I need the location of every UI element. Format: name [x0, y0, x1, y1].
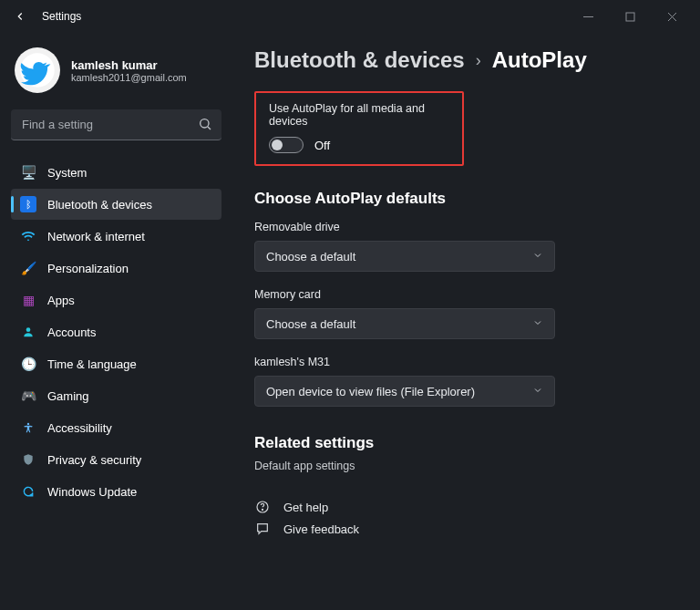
nav-update[interactable]: Windows Update [11, 476, 221, 507]
svg-rect-1 [626, 13, 634, 21]
main-content: Bluetooth & devices › AutoPlay Use AutoP… [232, 33, 700, 610]
autoplay-toggle-label: Use AutoPlay for all media and devices [269, 102, 449, 128]
removable-label: Removable drive [254, 221, 673, 233]
nav-label: Windows Update [47, 485, 137, 499]
nav-bluetooth[interactable]: ᛒ Bluetooth & devices [11, 189, 221, 220]
feedback-icon [254, 522, 271, 536]
person-icon [20, 324, 36, 340]
related-heading: Related settings [254, 434, 673, 452]
svg-point-5 [201, 119, 209, 128]
sync-icon [20, 483, 36, 500]
title-bar: Settings [0, 0, 700, 33]
removable-dropdown[interactable]: Choose a default [254, 241, 555, 272]
monitor-icon: 🖥️ [20, 164, 36, 181]
nav-system[interactable]: 🖥️ System [11, 157, 221, 188]
nav-accounts[interactable]: Accounts [11, 316, 221, 347]
profile-email: kamlesh2011@gmail.com [71, 72, 187, 83]
nav-label: Apps [47, 294, 75, 307]
nav-label: Bluetooth & devices [47, 198, 152, 212]
memory-label: Memory card [254, 288, 673, 301]
nav-privacy[interactable]: Privacy & security [11, 444, 221, 475]
breadcrumb: Bluetooth & devices › AutoPlay [254, 47, 673, 73]
shield-icon [20, 451, 36, 468]
device-dropdown[interactable]: Open device to view files (File Explorer… [254, 376, 555, 407]
nav-label: System [47, 166, 87, 180]
nav-label: Privacy & security [47, 453, 141, 467]
nav-list: 🖥️ System ᛒ Bluetooth & devices Network … [11, 157, 221, 507]
help-icon [254, 500, 271, 514]
field-memory: Memory card Choose a default [254, 288, 673, 339]
device-label: kamlesh's M31 [254, 356, 673, 368]
svg-point-10 [262, 509, 262, 510]
nav-gaming[interactable]: 🎮 Gaming [11, 380, 221, 411]
globe-clock-icon: 🕒 [20, 356, 36, 372]
nav-accessibility[interactable]: Accessibility [11, 412, 221, 443]
sidebar: kamlesh kumar kamlesh2011@gmail.com 🖥️ S… [0, 33, 232, 610]
field-device: kamlesh's M31 Open device to view files … [254, 356, 673, 407]
svg-point-7 [26, 327, 31, 332]
paintbrush-icon: 🖌️ [20, 260, 36, 276]
nav-label: Network & internet [47, 230, 145, 243]
chevron-down-icon [532, 385, 543, 398]
nav-apps[interactable]: ▦ Apps [11, 284, 221, 315]
back-button[interactable] [7, 10, 33, 23]
nav-personalization[interactable]: 🖌️ Personalization [11, 253, 221, 284]
field-removable: Removable drive Choose a default [254, 221, 673, 272]
accessibility-icon [20, 419, 36, 436]
search-icon [198, 117, 212, 134]
nav-time[interactable]: 🕒 Time & language [11, 348, 221, 379]
autoplay-toggle-group: Use AutoPlay for all media and devices O… [254, 91, 464, 166]
nav-label: Gaming [47, 389, 89, 403]
nav-label: Accessibility [47, 421, 112, 435]
apps-icon: ▦ [20, 292, 36, 308]
give-feedback-link[interactable]: Give feedback [254, 518, 673, 540]
chevron-right-icon: › [476, 51, 481, 70]
chevron-down-icon [532, 317, 543, 331]
nav-label: Time & language [47, 357, 137, 371]
dropdown-value: Choose a default [266, 250, 355, 264]
search-container [11, 109, 221, 140]
search-input[interactable] [11, 109, 221, 140]
wifi-icon [20, 228, 36, 244]
svg-line-6 [208, 127, 211, 129]
nav-label: Personalization [47, 262, 129, 275]
default-app-settings-link[interactable]: Default app settings [254, 460, 673, 472]
autoplay-toggle-state: Off [314, 139, 330, 152]
nav-network[interactable]: Network & internet [11, 221, 221, 252]
defaults-heading: Choose AutoPlay defaults [254, 190, 673, 208]
close-button[interactable] [651, 3, 693, 30]
maximize-button[interactable] [609, 3, 651, 30]
dropdown-value: Choose a default [266, 317, 355, 331]
memory-dropdown[interactable]: Choose a default [254, 308, 555, 339]
breadcrumb-current: AutoPlay [492, 47, 587, 73]
nav-label: Accounts [47, 326, 96, 339]
bluetooth-icon: ᛒ [20, 196, 36, 212]
window-title: Settings [42, 10, 81, 23]
profile-name: kamlesh kumar [71, 58, 187, 72]
chevron-down-icon [532, 250, 543, 264]
autoplay-toggle[interactable] [269, 137, 304, 153]
minimize-button[interactable] [567, 3, 609, 30]
link-label: Get help [283, 501, 328, 514]
breadcrumb-parent[interactable]: Bluetooth & devices [254, 47, 465, 73]
dropdown-value: Open device to view files (File Explorer… [266, 385, 475, 398]
svg-point-8 [27, 423, 29, 425]
get-help-link[interactable]: Get help [254, 496, 673, 518]
avatar [15, 47, 60, 93]
gamepad-icon: 🎮 [20, 388, 36, 404]
link-label: Give feedback [283, 522, 359, 536]
profile[interactable]: kamlesh kumar kamlesh2011@gmail.com [11, 42, 221, 109]
